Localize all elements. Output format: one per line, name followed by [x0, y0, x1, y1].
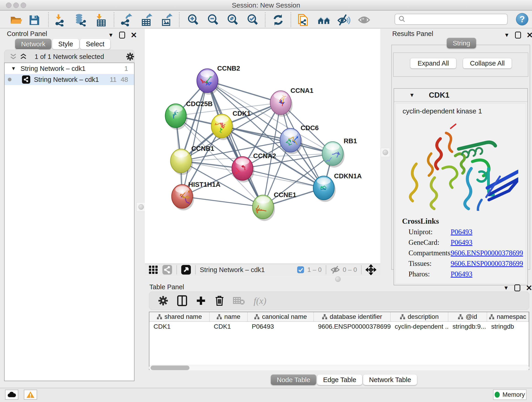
crosslink-value-link[interactable]: 9606.ENSP00000378699: [451, 259, 523, 268]
memory-status-icon: [495, 392, 500, 398]
toolbar-separator: [265, 12, 266, 27]
close-panel-icon[interactable]: ✕: [131, 31, 137, 40]
table-cell[interactable]: stringdb: [487, 322, 529, 332]
tab-node-table[interactable]: Node Table: [271, 375, 316, 385]
table-hscrollbar[interactable]: [149, 365, 529, 371]
flat-eye-icon[interactable]: [357, 13, 371, 27]
tree-expander-icon[interactable]: ▼: [11, 65, 16, 71]
float-panel-icon[interactable]: ▼: [108, 32, 114, 38]
crosslink-value-link[interactable]: 9606.ENSP00000378699: [451, 249, 523, 257]
refresh-icon[interactable]: [272, 13, 285, 27]
pan-crosshair-icon[interactable]: [366, 264, 376, 275]
maximize-panel-icon[interactable]: [119, 32, 125, 38]
help-button[interactable]: ?: [516, 13, 528, 26]
table-cell[interactable]: stringdb:9...: [448, 322, 487, 332]
import-network-database-icon[interactable]: [74, 13, 87, 27]
float-panel-icon[interactable]: ▼: [504, 32, 510, 38]
table-cell[interactable]: cyclin-dependent ...: [391, 322, 448, 332]
node-CDKN1A[interactable]: CDKN1A: [313, 172, 362, 202]
collapse-all-button[interactable]: Collapse All: [463, 58, 512, 69]
column-header-shared-name[interactable]: shared name: [149, 312, 210, 321]
column-header-database-identifier[interactable]: database identifier: [314, 312, 391, 321]
column-header-description[interactable]: description: [391, 312, 448, 321]
export-image-icon[interactable]: [160, 13, 173, 27]
crosslink-value-link[interactable]: P06493: [451, 228, 472, 236]
close-panel-icon[interactable]: ✕: [526, 283, 532, 293]
string-import-icon[interactable]: [297, 13, 310, 27]
tab-select[interactable]: Select: [80, 39, 110, 49]
node-RB1[interactable]: RB1: [322, 137, 357, 167]
node-table[interactable]: shared namenamecanonical namedatabase id…: [149, 312, 529, 370]
homes-icon[interactable]: [317, 13, 331, 27]
gene-entry-header[interactable]: ▼ CDK1: [394, 89, 527, 102]
zoom-fit-icon[interactable]: [226, 13, 239, 27]
node-CCNA1[interactable]: CCNA1: [270, 87, 313, 117]
tab-network-table[interactable]: Network Table: [363, 375, 417, 385]
tab-edge-table[interactable]: Edge Table: [317, 375, 362, 385]
table-cell[interactable]: 9606.ENSP00000378699: [314, 322, 391, 332]
node-CDC6[interactable]: CDC6: [280, 124, 319, 154]
column-header--id[interactable]: @id: [448, 312, 487, 321]
node-CDC25B[interactable]: CDC25B: [165, 100, 213, 130]
right-splitter-handle[interactable]: [381, 148, 390, 157]
float-panel-icon[interactable]: ▼: [503, 285, 509, 291]
birdseye-view-icon[interactable]: [181, 265, 191, 275]
cloud-button[interactable]: [5, 390, 18, 400]
crosslink-row: Uniprot:P06493: [396, 228, 526, 238]
collapse-entry-icon[interactable]: ▼: [409, 92, 415, 98]
zoom-in-icon[interactable]: [186, 13, 200, 27]
hide-eye-icon[interactable]: [337, 13, 351, 27]
scrollbar-thumb[interactable]: [151, 366, 190, 370]
tab-network[interactable]: Network: [15, 39, 51, 49]
import-network-file-icon[interactable]: [53, 13, 66, 27]
selected-nodes-checkbox-icon[interactable]: [297, 266, 304, 274]
crosslink-value-link[interactable]: P06493: [451, 238, 472, 247]
crosslink-value-link[interactable]: P06493: [451, 270, 472, 278]
column-header-label: shared name: [165, 313, 202, 320]
zoom-selected-icon[interactable]: [246, 13, 259, 27]
column-header-canonical-name[interactable]: canonical name: [248, 312, 314, 321]
table-cell[interactable]: CDK1: [149, 322, 210, 332]
grid-view-icon[interactable]: [148, 265, 158, 274]
close-panel-icon[interactable]: ✕: [526, 31, 532, 40]
string-network-graph[interactable]: CCNB2CCNA1CDC25BCDK1CDC6RB1CCNB1CCNA2HIS…: [145, 29, 380, 264]
add-column-icon[interactable]: [196, 296, 206, 306]
table-tabs: Node TableEdge TableNetwork Table: [271, 375, 418, 385]
warning-button[interactable]: [24, 390, 37, 400]
gear-icon[interactable]: [126, 52, 134, 61]
node-label-HIST1H1A: HIST1H1A: [188, 181, 220, 188]
table-options-gear-icon[interactable]: [158, 295, 168, 306]
zoom-out-icon[interactable]: [206, 13, 220, 27]
node-CDK1[interactable]: CDK1: [211, 110, 251, 140]
edge-HIST1H1A-CCNE1[interactable]: [182, 196, 263, 207]
tab-string[interactable]: String: [447, 38, 476, 48]
column-header-namespac[interactable]: namespac: [487, 312, 529, 321]
left-splitter-handle[interactable]: [137, 202, 146, 211]
column-header-name[interactable]: name: [210, 312, 248, 321]
maximize-panel-icon[interactable]: [515, 32, 521, 38]
table-row[interactable]: CDK1CDK1P064939606.ENSP00000378699cyclin…: [149, 322, 529, 332]
table-cell[interactable]: CDK1: [210, 322, 248, 332]
save-session-icon[interactable]: [27, 13, 41, 27]
node-CCNB2[interactable]: CCNB2: [197, 65, 240, 95]
network-canvas[interactable]: CCNB2CCNA1CDC25BCDK1CDC6RB1CCNB1CCNA2HIS…: [145, 29, 380, 275]
network-row[interactable]: String Network – cdk1 11 48: [5, 74, 134, 85]
export-network-icon[interactable]: [120, 13, 133, 27]
export-table-icon[interactable]: [140, 13, 153, 27]
show-columns-icon[interactable]: [177, 295, 187, 306]
open-session-icon[interactable]: [9, 13, 22, 27]
maximize-panel-icon[interactable]: [514, 284, 520, 291]
hidden-eye-icon[interactable]: [330, 266, 340, 274]
delete-column-icon[interactable]: [215, 295, 224, 306]
memory-button[interactable]: Memory: [493, 389, 526, 400]
import-table-file-icon[interactable]: [94, 13, 108, 27]
network-collection-row[interactable]: ▼ String Network – cdk1 1: [5, 63, 134, 74]
node-CCNE1[interactable]: CCNE1: [253, 191, 296, 221]
node-HIST1H1A[interactable]: HIST1H1A: [172, 181, 220, 211]
tab-style[interactable]: Style: [52, 39, 79, 49]
expand-all-button[interactable]: Expand All: [410, 58, 456, 69]
network-share-view-icon[interactable]: [162, 265, 172, 275]
table-cell[interactable]: P06493: [248, 322, 314, 332]
edge-CCNB2-HIST1H1A[interactable]: [182, 81, 207, 196]
search-input[interactable]: [408, 15, 507, 24]
